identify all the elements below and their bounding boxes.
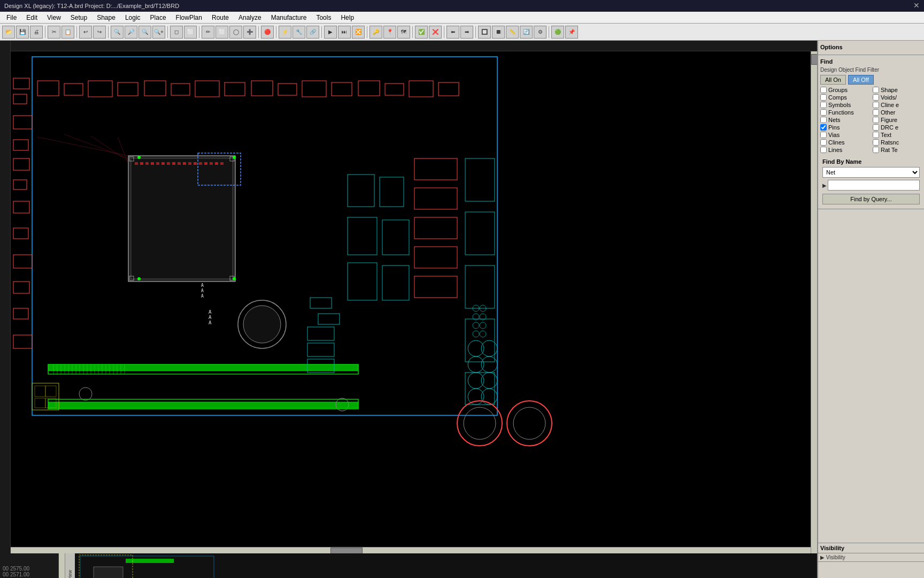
- toolbar-btn-33[interactable]: 🔑: [369, 26, 382, 39]
- find-by-name-select[interactable]: Net Component Pin Via Shape Symbol Text: [822, 167, 920, 178]
- lines-checkbox[interactable]: [820, 147, 827, 153]
- text-label: Text: [881, 132, 891, 138]
- menu-item-tools[interactable]: Tools: [312, 13, 335, 22]
- toolbar-btn-38[interactable]: ❌: [429, 26, 442, 39]
- toolbar-btn-37[interactable]: ✅: [415, 26, 428, 39]
- all-on-button[interactable]: All On: [820, 75, 846, 85]
- groups-checkbox[interactable]: [820, 87, 827, 93]
- vias-checkbox[interactable]: [820, 132, 827, 138]
- symbols-checkbox[interactable]: [820, 102, 827, 108]
- toolbar-btn-10[interactable]: 🔍: [111, 26, 124, 39]
- toolbar-btn-31[interactable]: 🔀: [352, 26, 365, 39]
- bottom-vscroll: [59, 553, 65, 578]
- cb-drc: DRC e: [873, 124, 922, 131]
- toolbar-btn-34[interactable]: 📍: [383, 26, 396, 39]
- close-button[interactable]: ✕: [913, 1, 920, 10]
- toolbar-btn-13[interactable]: 🔍+: [152, 26, 165, 39]
- toolbar-btn-23[interactable]: 🔴: [261, 26, 274, 39]
- toolbar-btn-41[interactable]: ➡: [460, 26, 473, 39]
- toolbar-btn-44[interactable]: 🔳: [492, 26, 505, 39]
- hscroll-thumb[interactable]: [330, 547, 363, 553]
- figures-checkbox[interactable]: [873, 117, 879, 123]
- pcb-canvas[interactable]: /* inline SVG script - dots drawn via re…: [0, 41, 817, 553]
- toolbar-btn-11[interactable]: 🔎: [125, 26, 137, 39]
- toolbar-btn-20[interactable]: ◯: [229, 26, 242, 39]
- toolbar-btn-43[interactable]: 🔲: [478, 26, 491, 39]
- toolbar-btn-19[interactable]: ⬜: [215, 26, 228, 39]
- toolbar-btn-2[interactable]: 🖨: [30, 26, 43, 39]
- horizontal-scrollbar[interactable]: [11, 547, 811, 553]
- menu-item-manufacture[interactable]: Manufacture: [267, 13, 311, 22]
- vertical-scrollbar[interactable]: [811, 51, 817, 553]
- find-query-button[interactable]: Find by Query...: [822, 194, 920, 204]
- toolbar-btn-18[interactable]: ✏: [202, 26, 214, 39]
- options-title: Options: [820, 43, 922, 52]
- svg-rect-38: [135, 162, 138, 165]
- vscroll-thumb[interactable]: [811, 54, 817, 65]
- comps-label: Comps: [828, 94, 847, 101]
- find-text-input[interactable]: [828, 180, 920, 191]
- toolbar-separator-39: [444, 26, 444, 38]
- toolbar-btn-27[interactable]: 🔗: [306, 26, 319, 39]
- voids-checkbox[interactable]: [873, 94, 879, 101]
- all-off-button[interactable]: All Off: [848, 75, 874, 85]
- nets-checkbox[interactable]: [820, 117, 827, 123]
- filter-checkboxes: Groups Shape Comps Voids/ Symbols: [820, 87, 922, 153]
- shape-checkbox[interactable]: [873, 87, 879, 93]
- toolbar-btn-16[interactable]: ⬜: [184, 26, 197, 39]
- toolbar-btn-29[interactable]: ▶: [324, 26, 337, 39]
- toolbar-btn-45[interactable]: 📏: [506, 26, 519, 39]
- menu-item-file[interactable]: File: [2, 13, 21, 22]
- toolbar-btn-15[interactable]: ◻: [170, 26, 183, 39]
- toolbar-btn-5[interactable]: 📋: [61, 26, 74, 39]
- voids-label: Voids/: [881, 94, 897, 101]
- menu-item-route[interactable]: Route: [207, 13, 233, 22]
- toolbar-separator-28: [321, 26, 322, 38]
- toolbar-btn-4[interactable]: ✂: [48, 26, 60, 39]
- toolbar-btn-50[interactable]: 📌: [565, 26, 578, 39]
- svg-text:A: A: [201, 288, 204, 293]
- menu-item-analyze[interactable]: Analyze: [234, 13, 266, 22]
- toolbar-btn-21[interactable]: ➕: [243, 26, 256, 39]
- clines-checkbox[interactable]: [820, 139, 827, 146]
- menu-item-help[interactable]: Help: [336, 13, 358, 22]
- menu-item-logic[interactable]: Logic: [121, 13, 145, 22]
- toolbar-btn-30[interactable]: ⏭: [338, 26, 351, 39]
- functions-checkbox[interactable]: [820, 109, 827, 116]
- cline-checkbox[interactable]: [873, 102, 879, 108]
- toolbar-btn-1[interactable]: 💾: [16, 26, 29, 39]
- toolbar-btn-49[interactable]: 🟢: [551, 26, 564, 39]
- menu-item-shape[interactable]: Shape: [93, 13, 120, 22]
- pcb-content[interactable]: /* inline SVG script - dots drawn via re…: [11, 51, 817, 553]
- text-checkbox[interactable]: [873, 132, 879, 138]
- svg-rect-52: [210, 162, 213, 165]
- toolbar-btn-35[interactable]: 🗺: [397, 26, 410, 39]
- menu-item-place[interactable]: Place: [146, 13, 171, 22]
- menu-item-flowplan[interactable]: FlowPlan: [172, 13, 206, 22]
- pins-label: Pins: [828, 124, 840, 131]
- ratsnest-checkbox[interactable]: [873, 139, 879, 146]
- svg-rect-39: [140, 162, 143, 165]
- other-checkbox[interactable]: [873, 109, 879, 116]
- svg-text:A: A: [201, 294, 204, 299]
- toolbar-btn-40[interactable]: ⬅: [446, 26, 459, 39]
- bottom-area: 00 2575.00 00 2571.00 Selected 00 2558.0…: [0, 553, 924, 578]
- toolbar-btn-0[interactable]: 📂: [2, 26, 15, 39]
- menu-item-view[interactable]: View: [43, 13, 65, 22]
- drc-checkbox[interactable]: [873, 124, 879, 131]
- menu-item-edit[interactable]: Edit: [22, 13, 42, 22]
- toolbar-btn-46[interactable]: 🔄: [520, 26, 533, 39]
- cb-lines: Lines: [820, 147, 869, 153]
- comps-checkbox[interactable]: [820, 94, 827, 101]
- toolbar-btn-8[interactable]: ↪: [93, 26, 106, 39]
- toolbar-btn-12[interactable]: 🔍: [138, 26, 151, 39]
- pins-checkbox[interactable]: [820, 124, 827, 131]
- pcb-svg: /* inline SVG script - dots drawn via re…: [11, 51, 817, 553]
- svg-rect-0: [11, 51, 817, 553]
- rattee-checkbox[interactable]: [873, 147, 879, 153]
- toolbar-btn-25[interactable]: ⚡: [279, 26, 291, 39]
- toolbar-btn-26[interactable]: 🔧: [292, 26, 305, 39]
- toolbar-btn-47[interactable]: ⚙: [534, 26, 546, 39]
- menu-item-setup[interactable]: Setup: [66, 13, 91, 22]
- toolbar-btn-7[interactable]: ↩: [79, 26, 92, 39]
